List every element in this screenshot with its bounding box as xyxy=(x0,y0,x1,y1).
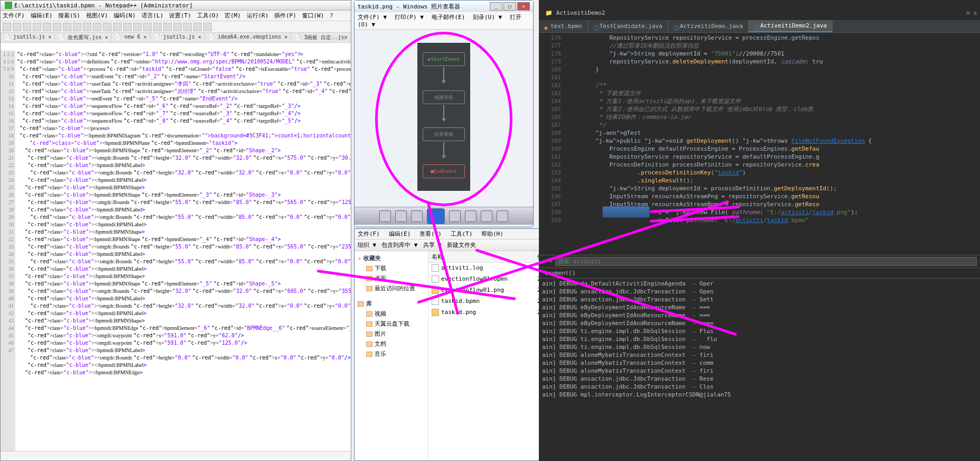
bpmn-diagram: ▶ StartEvent 创建任务 任务审核 ■ EndEvent xyxy=(417,43,470,191)
npp-tab[interactable]: 📄 new 6 ✕ xyxy=(111,33,150,42)
bpmn-start-node: ▶ StartEvent xyxy=(423,52,465,66)
ide-tab[interactable]: ◉text.bpmn xyxy=(539,20,588,32)
exp-menu-item[interactable]: 帮助(H) xyxy=(481,230,503,237)
file-icon xyxy=(432,275,439,283)
pv-menu-item[interactable]: 刻录(U) ▼ xyxy=(473,14,502,21)
npp-menu-item[interactable]: 窗口(W) xyxy=(302,12,324,19)
pv-zoom-out-icon[interactable] xyxy=(379,210,391,222)
tb-zoom-in-icon[interactable] xyxy=(133,23,142,31)
file-icon xyxy=(432,298,439,305)
ide-tab[interactable]: ⒿTestCandidate.java xyxy=(588,20,668,32)
pv-zoom-fit-icon[interactable] xyxy=(395,210,407,222)
nav-favorites[interactable]: ★收藏夹 xyxy=(357,253,426,263)
pv-toolbar xyxy=(354,207,533,225)
nav-item[interactable]: 下载 xyxy=(357,263,426,273)
pv-max-button[interactable]: ▢ xyxy=(503,2,516,11)
npp-menu-item[interactable]: 搜索(S) xyxy=(58,12,80,19)
npp-menu-item[interactable]: 工具(O) xyxy=(197,12,219,19)
tb-cut-icon[interactable] xyxy=(63,23,71,31)
tb-save-all-icon[interactable] xyxy=(33,23,41,31)
npp-code-editor[interactable]: "c-red">class="c-blue"><?xml "c-red">ver… xyxy=(15,50,351,451)
tb-save-icon[interactable] xyxy=(23,23,31,31)
npp-menu-item[interactable]: ? xyxy=(330,12,333,19)
exp-newfolder-button[interactable]: 新建文件夹 xyxy=(447,241,476,249)
npp-menu-item[interactable]: 宏(M) xyxy=(225,12,241,19)
tb-new-icon[interactable] xyxy=(3,23,11,31)
tb-record-icon[interactable] xyxy=(193,23,202,31)
tb-wrap-icon[interactable] xyxy=(153,23,162,31)
tb-indent-icon[interactable] xyxy=(173,23,182,31)
nav-item[interactable]: 视频 xyxy=(357,309,426,319)
tb-replace-icon[interactable] xyxy=(123,23,132,31)
npp-tab[interactable]: 📄 改色重写.jsx ✕ xyxy=(55,33,111,42)
tb-print-icon[interactable] xyxy=(53,23,61,31)
tb-redo-icon[interactable] xyxy=(103,23,111,31)
npp-title-bar[interactable]: E:\activiti\taskid.bpmn - Notepad++ [Adm… xyxy=(1,1,351,11)
pv-title-bar[interactable]: taskid.png - Windows 照片查看器 _ ▢ ✕ xyxy=(354,1,533,12)
tb-undo-icon[interactable] xyxy=(93,23,101,31)
star-icon: ★ xyxy=(358,255,361,262)
npp-menu-item[interactable]: 编码(N) xyxy=(114,12,136,19)
nav-libraries[interactable]: 库 xyxy=(357,299,426,309)
npp-menu-item[interactable]: 编辑(E) xyxy=(31,12,53,19)
nav-item[interactable]: 音乐 xyxy=(357,349,426,359)
exp-menu-item[interactable]: 文件(F) xyxy=(358,230,380,237)
log-line: ain] DEBUG ti.engine.impl.db.DbSqlSessio… xyxy=(542,335,977,343)
ide-log-output[interactable]: ain] DEBUG da.DefaultActivitiEngineAgend… xyxy=(539,279,980,400)
exp-library-button[interactable]: 包含到库中 ▼ xyxy=(381,241,417,249)
pv-slideshow-icon[interactable] xyxy=(427,208,445,224)
ide-project-name[interactable]: 📁 ActiveitiDemo2 xyxy=(545,10,605,16)
tb-close-icon[interactable] xyxy=(43,23,51,31)
nav-item[interactable]: 图片 xyxy=(357,329,426,339)
minimized-window-1[interactable] xyxy=(602,206,650,218)
npp-menu-item[interactable]: 文件(F) xyxy=(3,12,25,19)
log-line: ain] DEBUG eByDeploymentIdAndResourceNam… xyxy=(542,303,977,311)
exp-menu-item[interactable]: 查看(V) xyxy=(419,230,442,237)
ide-tab[interactable]: ⒿActiveitiDemo2.java xyxy=(749,20,833,32)
col-name[interactable]: 名称 xyxy=(428,251,534,262)
ide-search-input[interactable] xyxy=(555,257,977,266)
pv-rotate-ccw-icon[interactable] xyxy=(465,210,477,222)
nav-item[interactable]: 文档 xyxy=(357,339,426,349)
file-icon xyxy=(432,264,439,272)
pv-menu-item[interactable]: 电子邮件(E) xyxy=(432,14,465,21)
tb-outdent-icon[interactable] xyxy=(183,23,192,31)
tb-open-icon[interactable] xyxy=(13,23,21,31)
npp-tab[interactable]: 📄 jsutils.js ✕ xyxy=(151,33,205,42)
pv-prev-icon[interactable] xyxy=(411,210,423,222)
ide-code[interactable]: RepositoryService repositoryService = pr… xyxy=(565,33,980,225)
filetype-icon: Ⓙ xyxy=(593,24,598,29)
tb-zoom-out-icon[interactable] xyxy=(143,23,152,31)
tb-play-icon[interactable] xyxy=(203,23,212,31)
pv-next-icon[interactable] xyxy=(449,210,461,222)
pv-close-button[interactable]: ✕ xyxy=(517,2,530,11)
ide-breadcrumb[interactable]: loyment() xyxy=(539,268,980,279)
exp-share-button[interactable]: 共享 ▼ xyxy=(423,241,442,249)
pv-rotate-cw-icon[interactable] xyxy=(481,210,492,222)
npp-menu-item[interactable]: 设置(T) xyxy=(169,12,191,19)
nav-item[interactable]: 桌面 xyxy=(357,273,426,283)
ide-tab[interactable]: ⒿActiveitiDemo.java xyxy=(668,20,749,32)
tb-copy-icon[interactable] xyxy=(73,23,81,31)
exp-menu-item[interactable]: 编辑(E) xyxy=(389,230,411,237)
pv-menu-item[interactable]: 文件(F) ▼ xyxy=(358,14,387,21)
npp-menu-item[interactable]: 插件(P) xyxy=(274,12,296,19)
tb-find-icon[interactable] xyxy=(113,23,122,31)
npp-tab[interactable]: 📄 idea64.exe.vmoptions ✕ xyxy=(205,33,291,42)
tb-paste-icon[interactable] xyxy=(83,23,91,31)
npp-tab[interactable]: 📄 3画板 自定..jsx ✕ xyxy=(291,33,351,42)
pv-delete-icon[interactable] xyxy=(497,210,508,222)
nav-item[interactable]: 天翼云盘下载 xyxy=(357,319,426,329)
folder-icon xyxy=(366,286,372,291)
npp-menu-item[interactable]: 视图(V) xyxy=(86,12,108,19)
exp-organize-button[interactable]: 组织 ▼ xyxy=(358,241,376,249)
exp-menu-item[interactable]: 工具(T) xyxy=(451,230,473,237)
tb-chars-icon[interactable] xyxy=(163,23,172,31)
pv-menu-item[interactable]: 打印(P) ▼ xyxy=(395,14,424,21)
npp-menu-item[interactable]: 运行(R) xyxy=(247,12,269,19)
folder-icon xyxy=(366,342,372,347)
npp-tab[interactable]: 📄 jsutils.js ✕ xyxy=(1,33,55,42)
nav-item[interactable]: 最近访问的位置 xyxy=(357,283,426,293)
npp-menu-item[interactable]: 语言(L) xyxy=(142,12,164,19)
pv-min-button[interactable]: _ xyxy=(490,2,502,11)
